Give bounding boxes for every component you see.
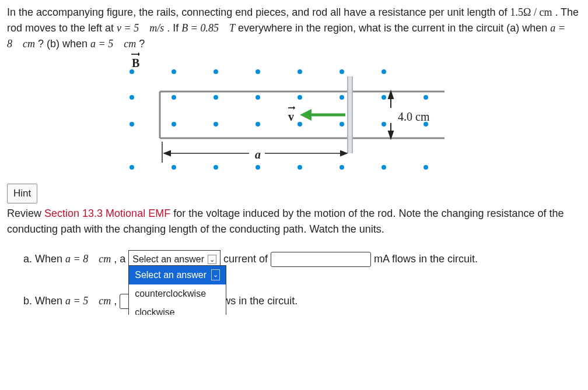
field-dot	[340, 165, 344, 170]
field-dot	[172, 95, 176, 100]
field-dot	[256, 95, 260, 100]
svg-marker-10	[300, 109, 312, 121]
field-dot	[382, 69, 386, 74]
chevron-down-icon: ⌄	[208, 255, 216, 264]
field-dot	[340, 95, 344, 100]
qa-b-mid: ,	[114, 295, 120, 307]
field-dot	[130, 69, 134, 74]
text: ? (b) when	[38, 38, 90, 50]
text: . If	[167, 22, 181, 34]
field-dot	[172, 165, 176, 170]
field-dot	[214, 122, 218, 127]
qa-b-prefix: b. When	[23, 295, 65, 307]
field-dot	[130, 95, 134, 100]
svg-marker-19	[388, 131, 393, 138]
svg-marker-17	[388, 92, 393, 99]
field-dot	[214, 95, 218, 100]
resistance-value: 1.5Ω / cm	[510, 6, 552, 18]
field-dot	[424, 95, 428, 100]
a2-eq: a = 5 cm	[90, 38, 136, 50]
text: In the accompanying figure, the rails, c…	[7, 6, 510, 18]
current-input-a[interactable]	[271, 252, 371, 267]
circuit-figure: B v a 4.0 cm // placeholder, dots added …	[130, 55, 456, 178]
field-dot	[340, 122, 344, 127]
field-dot	[424, 122, 428, 127]
field-dot	[382, 165, 386, 170]
dropdown-option-cw[interactable]: clockwise	[129, 303, 226, 315]
field-dot	[340, 69, 344, 74]
hint-link[interactable]: Section 13.3 Motional EMF	[44, 208, 170, 219]
qa-a-eq: a = 8 cm	[65, 252, 111, 264]
field-dot	[298, 122, 302, 127]
field-dot	[256, 122, 260, 127]
field-dot	[172, 69, 176, 74]
qa-a-after: current of	[223, 252, 271, 264]
field-dot	[130, 165, 134, 170]
qa-a-prefix: a. When	[23, 252, 65, 264]
field-dot	[382, 95, 386, 100]
svg-marker-15	[341, 151, 346, 156]
field-dot	[256, 69, 260, 74]
field-dot	[424, 165, 428, 170]
text: everywhere in the region, what is the cu…	[238, 22, 550, 34]
field-dot	[214, 165, 218, 170]
field-dot	[298, 95, 302, 100]
field-dot	[214, 69, 218, 74]
field-dot	[298, 69, 302, 74]
qa-a-mid: , a	[114, 252, 128, 264]
problem-statement: In the accompanying figure, the rails, c…	[7, 5, 581, 52]
bfield-eq: B = 0.85 T	[181, 22, 235, 34]
field-dot	[256, 165, 260, 170]
velocity-eq: v = 5 m/s	[117, 22, 164, 34]
text: ?	[139, 38, 145, 50]
qa-a-tail: mA flows in the circuit.	[374, 252, 478, 264]
hint-text: Review Section 13.3 Motional EMF for the…	[7, 206, 581, 237]
direction-dropdown: Select an answer ⌄ counterclockwise cloc…	[128, 265, 226, 315]
field-dot	[298, 165, 302, 170]
dropdown-option-placeholder[interactable]: Select an answer ⌄	[129, 266, 226, 284]
field-dot	[382, 122, 386, 127]
qa-b-eq: a = 5 cm	[65, 295, 111, 307]
field-dot	[172, 122, 176, 127]
dropdown-option-ccw[interactable]: counterclockwise	[129, 284, 226, 303]
hint-button[interactable]: Hint	[7, 184, 37, 203]
svg-marker-13	[164, 151, 170, 156]
field-dot	[130, 122, 134, 127]
